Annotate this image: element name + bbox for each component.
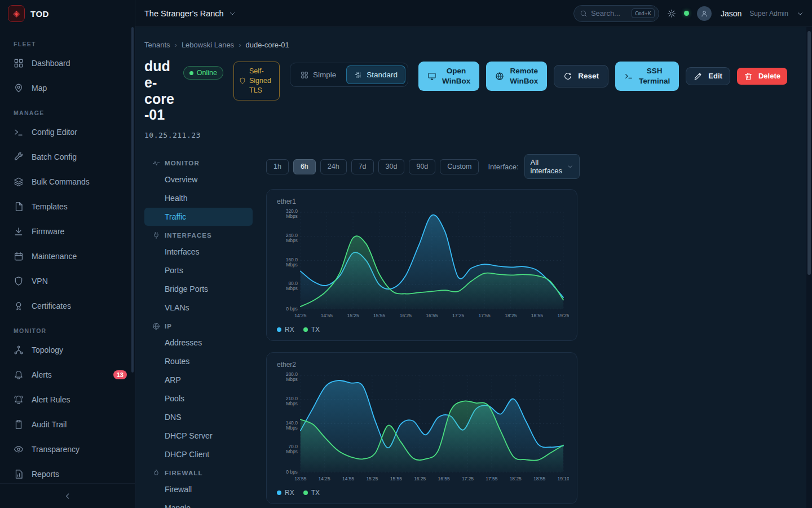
subnav-item-dhcp-server[interactable]: DHCP Server bbox=[144, 427, 253, 445]
edit-button[interactable]: Edit bbox=[686, 67, 730, 85]
delete-button[interactable]: Delete bbox=[737, 68, 787, 85]
sidebar-item-vpn[interactable]: VPN bbox=[0, 269, 135, 294]
clipboard-icon bbox=[14, 419, 24, 430]
legend-item-rx: RX bbox=[277, 326, 294, 334]
sidebar-collapse-button[interactable] bbox=[0, 483, 135, 508]
certificate-icon bbox=[14, 301, 24, 311]
subnav-item-vlans[interactable]: VLANs bbox=[144, 299, 253, 317]
chevron-left-icon bbox=[63, 492, 72, 501]
subnav-item-interfaces[interactable]: Interfaces bbox=[144, 243, 253, 261]
mode-option-simple[interactable]: Simple bbox=[293, 65, 344, 84]
subnav-item-arp[interactable]: ARP bbox=[144, 371, 253, 389]
legend-label: RX bbox=[285, 326, 294, 334]
sidebar-item-alerts[interactable]: Alerts13 bbox=[0, 362, 135, 387]
svg-text:Mbps: Mbps bbox=[286, 425, 298, 431]
reset-button[interactable]: Reset bbox=[554, 65, 608, 87]
sidebar-item-label: Audit Trail bbox=[32, 420, 67, 429]
subnav-item-addresses[interactable]: Addresses bbox=[144, 334, 253, 352]
button-label: Edit bbox=[708, 72, 722, 81]
page-scrollbar-thumb[interactable] bbox=[807, 31, 811, 275]
avatar[interactable] bbox=[697, 6, 712, 21]
sidebar-item-topology[interactable]: Topology bbox=[0, 338, 135, 362]
svg-text:Mbps: Mbps bbox=[286, 262, 298, 268]
time-range-90d[interactable]: 90d bbox=[409, 159, 435, 174]
subnav-item-firewall[interactable]: Firewall bbox=[144, 480, 253, 498]
person-icon bbox=[700, 10, 708, 17]
time-range-30d[interactable]: 30d bbox=[378, 159, 405, 174]
ssh-terminal-button[interactable]: SSH Terminal bbox=[615, 62, 679, 91]
sidebar-item-label: Reports bbox=[32, 470, 59, 479]
sidebar-item-transparency[interactable]: Transparency bbox=[0, 437, 135, 462]
chart-legend: RXTX bbox=[275, 322, 569, 336]
mode-option-label: Simple bbox=[313, 71, 336, 79]
interface-filter-select[interactable]: All interfaces bbox=[524, 154, 580, 179]
sidebar-scrollbar[interactable] bbox=[131, 27, 134, 373]
subnav-item-dns[interactable]: DNS bbox=[144, 408, 253, 426]
mode-option-standard[interactable]: Standard bbox=[346, 65, 405, 84]
sidebar-item-firmware[interactable]: Firmware bbox=[0, 219, 135, 244]
legend-dot-icon bbox=[303, 491, 308, 495]
layers-icon bbox=[14, 177, 24, 187]
time-range-1h[interactable]: 1h bbox=[266, 159, 289, 174]
sidebar-item-label: Map bbox=[32, 84, 47, 93]
search-input[interactable] bbox=[591, 9, 628, 17]
globe-icon bbox=[152, 322, 160, 330]
subnav-item-ports[interactable]: Ports bbox=[144, 261, 253, 279]
traffic-section: 1h6h24h7d30d90dCustom Interface: All int… bbox=[266, 154, 577, 508]
eye-icon bbox=[14, 444, 24, 454]
sidebar-item-dashboard[interactable]: Dashboard bbox=[0, 51, 135, 76]
time-range-7d[interactable]: 7d bbox=[351, 159, 374, 174]
interface-filter-label: Interface: bbox=[488, 163, 518, 171]
button-label: Remote WinBox bbox=[510, 66, 538, 86]
open-winbox-button[interactable]: Open WinBox bbox=[418, 62, 479, 91]
sidebar-item-alert-rules[interactable]: Alert Rules bbox=[0, 387, 135, 412]
subnav-item-traffic[interactable]: Traffic bbox=[144, 208, 253, 226]
user-menu-button[interactable] bbox=[796, 10, 804, 17]
legend-dot-icon bbox=[277, 327, 281, 332]
page-scrollbar[interactable] bbox=[806, 27, 812, 508]
chart-plot: 320.0Mbps240.0Mbps160.0Mbps80.0Mbps0 bps… bbox=[275, 207, 569, 322]
time-range-6h[interactable]: 6h bbox=[293, 159, 316, 174]
svg-text:19:10: 19:10 bbox=[557, 476, 569, 481]
svg-text:18:55: 18:55 bbox=[533, 476, 545, 481]
subnav-item-pools[interactable]: Pools bbox=[144, 389, 253, 408]
sidebar-item-reports[interactable]: Reports bbox=[0, 462, 135, 483]
subnav-item-health[interactable]: Health bbox=[144, 189, 253, 207]
search-box[interactable]: Cmd+K bbox=[573, 5, 659, 22]
sidebar-item-batch-config[interactable]: Batch Config bbox=[0, 144, 135, 169]
svg-text:15:25: 15:25 bbox=[347, 313, 359, 318]
shield-icon bbox=[14, 276, 24, 286]
subnav-item-overview[interactable]: Overview bbox=[144, 170, 253, 189]
theme-toggle-button[interactable] bbox=[667, 9, 676, 18]
subnav-item-dhcp-client[interactable]: DHCP Client bbox=[144, 445, 253, 463]
activity-icon bbox=[152, 159, 160, 167]
sidebar-item-map[interactable]: Map bbox=[0, 76, 135, 100]
shield-icon bbox=[239, 77, 246, 84]
sidebar-item-templates[interactable]: Templates bbox=[0, 194, 135, 219]
remote-winbox-button[interactable]: Remote WinBox bbox=[486, 62, 547, 91]
breadcrumb-item[interactable]: Tenants bbox=[144, 41, 170, 49]
time-range-custom[interactable]: Custom bbox=[440, 159, 479, 174]
ssh-terminal-icon bbox=[624, 72, 633, 81]
traffic-chart-panel-ether2: ether2280.0Mbps210.0Mbps140.0Mbps70.0Mbp… bbox=[266, 352, 577, 504]
breadcrumb-item[interactable]: Lebowski Lanes bbox=[182, 41, 234, 49]
sidebar-item-config-editor[interactable]: Config Editor bbox=[0, 120, 135, 144]
subnav-item-routes[interactable]: Routes bbox=[144, 352, 253, 370]
legend-label: RX bbox=[285, 489, 294, 497]
subnav-item-mangle[interactable]: Mangle bbox=[144, 499, 253, 508]
device-ip: 10.25.211.23 bbox=[144, 131, 223, 139]
subnav-group-firewall: FIREWALL bbox=[144, 464, 266, 480]
sidebar-item-label: Alert Rules bbox=[32, 395, 70, 404]
chart-title: ether1 bbox=[277, 198, 569, 205]
tenant-selector[interactable]: The Stranger's Ranch bbox=[144, 9, 236, 18]
sidebar-item-label: VPN bbox=[32, 277, 48, 286]
sidebar-item-label: Transparency bbox=[32, 445, 80, 454]
sidebar-item-audit-trail[interactable]: Audit Trail bbox=[0, 412, 135, 437]
sidebar-item-maintenance[interactable]: Maintenance bbox=[0, 244, 135, 269]
time-range-24h[interactable]: 24h bbox=[320, 159, 347, 174]
monitor-icon bbox=[427, 72, 436, 81]
sidebar-item-certificates[interactable]: Certificates bbox=[0, 294, 135, 318]
svg-text:15:55: 15:55 bbox=[373, 313, 385, 318]
sidebar-item-bulk-commands[interactable]: Bulk Commands bbox=[0, 169, 135, 194]
subnav-item-bridge-ports[interactable]: Bridge Ports bbox=[144, 280, 253, 298]
